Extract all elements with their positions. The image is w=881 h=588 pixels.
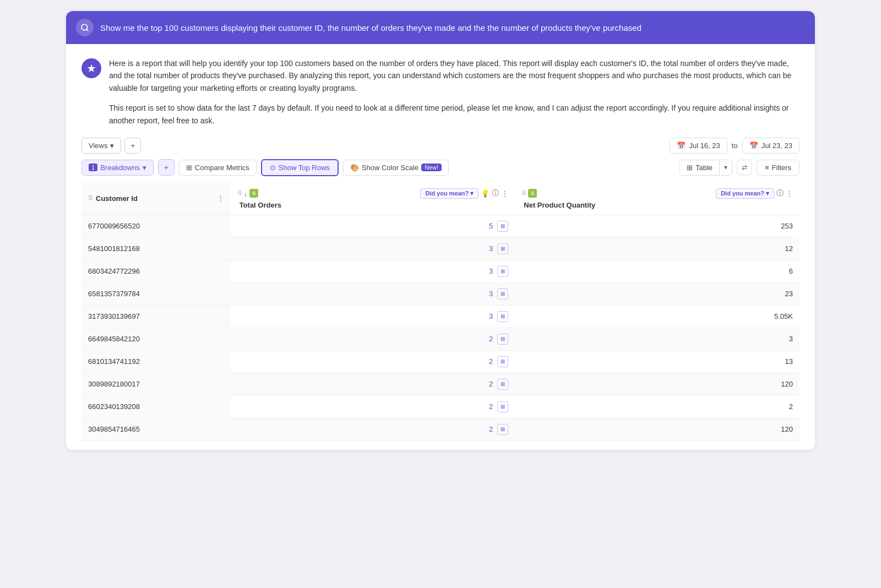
ai-response: Here is a report that will help you iden…: [81, 57, 800, 127]
order-value: 5: [489, 222, 493, 230]
shopify-icon-qty: S: [528, 189, 537, 198]
info-icon-orders[interactable]: ⓘ: [492, 188, 499, 198]
table-row: 6649845842120 2 ⊞ 3: [81, 328, 800, 350]
info-icon-qty[interactable]: ⓘ: [776, 188, 784, 198]
table-dropdown-button[interactable]: ▾: [720, 160, 732, 175]
table-view-control: ⊞ Table ▾: [679, 160, 732, 176]
order-value: 2: [489, 335, 493, 343]
cell-total-orders: 2 ⊞: [231, 328, 515, 350]
lamp-icon: 💡: [481, 189, 490, 198]
order-value: 3: [489, 312, 493, 320]
breakdown-chevron-icon: ▾: [143, 164, 146, 172]
table-drill-icon[interactable]: ⊞: [497, 424, 508, 435]
table-body: 6770089656520 5 ⊞ 2535481001812168 3 ⊞ 1…: [81, 215, 800, 440]
table-label: Table: [695, 164, 713, 172]
more-options-icon-orders[interactable]: ⋮: [501, 189, 508, 198]
cell-net-product-qty: 253: [515, 215, 800, 237]
table-drill-icon[interactable]: ⊞: [497, 288, 508, 300]
new-badge: New!: [421, 164, 442, 171]
show-top-rows-button[interactable]: ⊙ Show Top Rows: [261, 159, 339, 176]
cell-net-product-qty: 23: [515, 282, 800, 305]
cell-net-product-qty: 120: [515, 373, 800, 395]
query-text: Show me the top 100 customers displaying…: [100, 22, 641, 34]
cell-total-orders: 3 ⊞: [231, 260, 515, 282]
cell-customer-id: 3089892180017: [81, 373, 231, 395]
main-card: Show me the top 100 customers displaying…: [66, 11, 815, 450]
toolbar-right: 📅 Jul 16, 23 to 📅 Jul 23, 23: [670, 138, 800, 154]
shopify-icon-orders: S: [249, 189, 258, 198]
date-from-value: Jul 16, 23: [689, 141, 720, 150]
column-header-total-orders: ⠿ ↓ S Did you mean? ▾: [231, 183, 515, 215]
table-drill-icon[interactable]: ⊞: [497, 311, 508, 322]
column-label-total-orders: Total Orders: [237, 201, 509, 209]
calendar-icon: 📅: [677, 141, 686, 150]
cell-customer-id: 5481001812168: [81, 237, 231, 260]
sort-down-icon[interactable]: ↓: [244, 189, 248, 198]
svg-point-0: [81, 24, 88, 30]
cell-customer-id: 3173930139697: [81, 305, 231, 328]
did-you-mean-qty[interactable]: Did you mean? ▾: [716, 188, 774, 199]
filter-row: 1 Breakdowns ▾ + ⊞ Compare Metrics ⊙ Sho…: [81, 159, 800, 176]
compare-grid-icon: ⊞: [186, 164, 192, 172]
breakdown-badge: 1: [89, 164, 97, 171]
cell-net-product-qty: 5.05K: [515, 305, 800, 328]
cell-net-product-qty: 2: [515, 395, 800, 418]
response-paragraph-2: This report is set to show data for the …: [109, 102, 800, 127]
drag-handle-icon-qty: ⠿: [521, 190, 526, 197]
cell-total-orders: 2 ⊞: [231, 373, 515, 395]
table-drill-icon[interactable]: ⊞: [497, 379, 508, 390]
date-separator: to: [732, 141, 738, 150]
table-button[interactable]: ⊞ Table: [680, 160, 720, 175]
table-drill-icon[interactable]: ⊞: [497, 221, 508, 232]
compare-metrics-label: Compare Metrics: [195, 164, 249, 172]
cell-net-product-qty: 12: [515, 237, 800, 260]
data-table: ⠿ Customer Id ⋮ ⠿: [81, 183, 800, 441]
drag-handle-icon-orders: ⠿: [237, 190, 242, 197]
response-area: Here is a report that will help you iden…: [66, 44, 815, 450]
cell-customer-id: 3049854716465: [81, 418, 231, 440]
show-top-icon: ⊙: [270, 164, 276, 172]
cell-net-product-qty: 120: [515, 418, 800, 440]
order-value: 3: [489, 244, 493, 253]
table-drill-icon[interactable]: ⊞: [497, 266, 508, 277]
order-value: 3: [489, 290, 493, 298]
color-scale-button[interactable]: 🎨 Show Color Scale New!: [343, 160, 449, 176]
table-row: 5481001812168 3 ⊞ 12: [81, 237, 800, 260]
cell-total-orders: 5 ⊞: [231, 215, 515, 237]
filters-button[interactable]: ≡ Filters: [757, 160, 800, 176]
cell-total-orders: 3 ⊞: [231, 237, 515, 260]
table-drill-icon[interactable]: ⊞: [497, 243, 508, 254]
table-drill-icon[interactable]: ⊞: [497, 401, 508, 412]
table-row: 6770089656520 5 ⊞ 253: [81, 215, 800, 237]
cell-total-orders: 3 ⊞: [231, 305, 515, 328]
table-row: 6803424772296 3 ⊞ 6: [81, 260, 800, 282]
compare-metrics-button[interactable]: ⊞ Compare Metrics: [179, 160, 257, 176]
table-grid-icon: ⊞: [687, 164, 693, 172]
date-to-button[interactable]: 📅 Jul 23, 23: [742, 138, 800, 154]
table-row: 6810134741192 2 ⊞ 13: [81, 350, 800, 373]
cell-customer-id: 6803424772296: [81, 260, 231, 282]
column-label-customer-id: Customer Id: [96, 194, 138, 203]
breakdowns-button[interactable]: 1 Breakdowns ▾: [81, 160, 154, 176]
table-drill-icon[interactable]: ⊞: [497, 356, 508, 367]
ai-avatar: [81, 58, 101, 78]
date-from-button[interactable]: 📅 Jul 16, 23: [670, 138, 727, 154]
response-paragraph-1: Here is a report that will help you iden…: [109, 57, 800, 94]
did-you-mean-orders[interactable]: Did you mean? ▾: [420, 188, 478, 199]
add-breakdown-button[interactable]: +: [158, 159, 175, 176]
filter-icon: ≡: [765, 164, 769, 172]
cell-net-product-qty: 13: [515, 350, 800, 373]
views-button[interactable]: Views ▾: [81, 138, 121, 154]
add-view-button[interactable]: +: [124, 138, 141, 154]
swap-button[interactable]: ⇄: [737, 160, 752, 175]
cell-customer-id: 6581357379784: [81, 282, 231, 305]
table-drill-icon[interactable]: ⊞: [497, 334, 508, 345]
cell-customer-id: 6770089656520: [81, 215, 231, 237]
cell-net-product-qty: 6: [515, 260, 800, 282]
table-row: 3049854716465 2 ⊞ 120: [81, 418, 800, 440]
cell-customer-id: 6810134741192: [81, 350, 231, 373]
more-options-icon-customer[interactable]: ⋮: [217, 194, 224, 203]
table-header-row: ⠿ Customer Id ⋮ ⠿: [81, 183, 800, 215]
more-options-icon-qty[interactable]: ⋮: [786, 189, 793, 198]
order-value: 2: [489, 425, 493, 433]
